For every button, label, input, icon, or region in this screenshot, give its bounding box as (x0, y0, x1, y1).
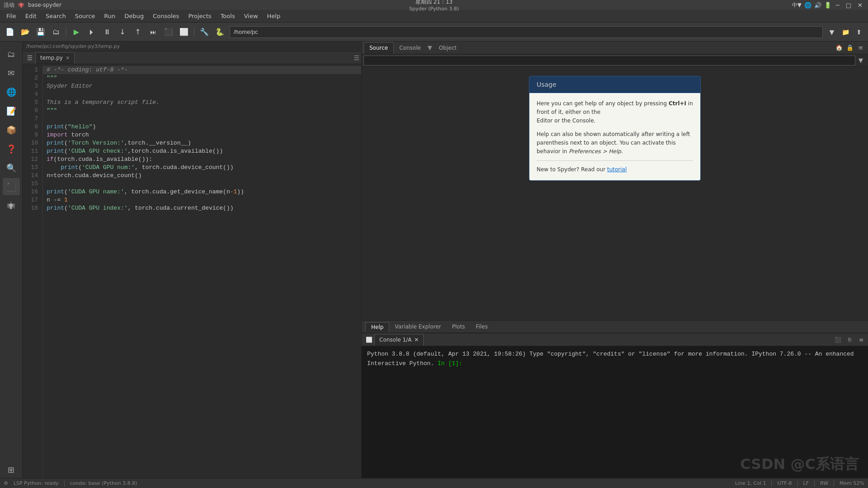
step-over-btn[interactable]: ↑ (131, 25, 145, 39)
run-btn[interactable]: ▶ (69, 25, 84, 39)
status-sep-1 (64, 480, 65, 487)
console-tabs-bar: ⬜ Console 1/A ✕ ⬛ ⎘ ≡ (362, 333, 868, 346)
tutorial-link[interactable]: tutorial (607, 166, 627, 173)
console-tab-1[interactable]: Console 1/A ✕ (374, 334, 424, 346)
topbar: 活动 🕷 base-spyder 星期四 21：13 Spyder (Pytho… (0, 0, 868, 10)
menu-file[interactable]: File (2, 11, 21, 21)
console-tab-icon[interactable]: ⬜ (363, 334, 374, 345)
editor-tab-temp-py[interactable]: temp.py ✕ (35, 52, 75, 64)
left-sidebar: 🗂 ✉ 🌐 📝 📦 ❓ 🔍 ⬛ 🕷 ⊞ (0, 42, 23, 478)
console-tab-actions: ⬛ ⎘ ≡ (833, 335, 866, 345)
help-tab-console[interactable]: Console (394, 42, 426, 54)
usage-divider (537, 160, 693, 161)
console-interrupt-btn[interactable]: ⬛ (833, 335, 843, 345)
app-icon: 🕷 (18, 1, 24, 9)
menu-consoles[interactable]: Consoles (148, 11, 184, 21)
help-tab-dropdown[interactable]: ▼ (426, 44, 434, 52)
sidebar-files-icon[interactable]: 🗂 (3, 45, 20, 62)
sidebar-search-icon[interactable]: 🔍 (3, 159, 20, 176)
console-tab-close[interactable]: ✕ (414, 337, 419, 343)
help-tab-object[interactable]: Object (434, 42, 462, 54)
editor-hamburger-btn[interactable]: ☰ (354, 54, 359, 61)
bottom-tab-plots[interactable]: Plots (447, 322, 471, 331)
path-input[interactable]: /home/pc (230, 26, 823, 38)
path-dropdown-btn[interactable]: ▼ (826, 26, 838, 38)
clock: 星期四 21：13 (415, 0, 453, 6)
app-name: base-spyder (28, 2, 61, 8)
help-search-btn[interactable]: ▼ (855, 55, 866, 66)
bottom-tab-variable-explorer[interactable]: Variable Explorer (389, 322, 446, 331)
debug-toggle-btn[interactable]: ⬜ (177, 25, 191, 39)
menu-search[interactable]: Search (41, 11, 71, 21)
save-all-btn[interactable]: 🗂 (49, 25, 63, 39)
open-file-btn[interactable]: 📂 (18, 25, 33, 39)
console-type-line: Type "copyright", "credits" or "license"… (529, 351, 748, 357)
editor-panel: /home/pc/.config/spyder-py3/temp.py ☰ te… (23, 42, 362, 478)
maximize-btn[interactable]: □ (844, 2, 853, 9)
toolbar: 📄 📂 💾 🗂 ▶ ⏵ ⏸ ↓ ↑ ⏭ ⬛ ⬜ 🔧 🐍 /home/pc ▼ 📁… (0, 23, 868, 42)
close-btn[interactable]: ✕ (856, 2, 864, 9)
run-cell-btn[interactable]: ⏵ (85, 25, 99, 39)
tab-label: temp.py (40, 55, 63, 61)
step-return-btn[interactable]: ⏭ (146, 25, 160, 39)
status-conda: conda: base (Python 3.8.8) (70, 480, 137, 486)
menu-edit[interactable]: Edit (21, 11, 41, 21)
menu-tools[interactable]: Tools (216, 11, 240, 21)
code-content[interactable]: # -*- coding: utf-8 -*- """ Spyder Edito… (43, 64, 361, 478)
status-sep-3 (797, 480, 798, 487)
toolbar-sep-2 (194, 27, 194, 38)
sidebar-apps-icon[interactable]: ⊞ (3, 461, 20, 478)
sidebar-help-icon[interactable]: ❓ (3, 140, 20, 157)
python-btn[interactable]: 🐍 (212, 25, 227, 39)
usage-tutorial: New to Spyder? Read our tutorial (537, 165, 693, 174)
activity-label: 活动 (4, 1, 14, 9)
line-numbers: 12345 678910 1112131415 161718 (23, 64, 43, 478)
sidebar-terminal-icon[interactable]: ⬛ (3, 178, 20, 195)
menu-projects[interactable]: Projects (184, 11, 216, 21)
status-sep-5 (834, 480, 834, 487)
save-btn[interactable]: 💾 (33, 25, 48, 39)
browse-btn[interactable]: 📁 (839, 26, 852, 38)
usage-ctrl-i: Ctrl+I (669, 100, 686, 107)
status-sep-4 (814, 480, 815, 487)
help-content: Usage Here you can get help of any objec… (362, 67, 868, 320)
sidebar-browser-icon[interactable]: 🌐 (3, 83, 20, 100)
editor-tab-menu-btn[interactable]: ☰ (24, 52, 35, 63)
menu-run[interactable]: Run (99, 11, 120, 21)
console-content[interactable]: Python 3.8.8 (default, Apr 13 2021, 19:5… (362, 346, 868, 478)
menu-source[interactable]: Source (71, 11, 100, 21)
help-home-btn[interactable]: 🏠 (834, 42, 844, 53)
go-up-btn[interactable]: ⬆ (853, 26, 865, 38)
status-line-ending: LF (803, 480, 809, 486)
window-title: Spyder (Python 3.8) (409, 6, 459, 12)
help-object-toolbar: ▼ (362, 54, 868, 67)
sidebar-email-icon[interactable]: ✉ (3, 64, 20, 81)
console-options-btn[interactable]: ≡ (856, 335, 866, 345)
sidebar-spyder-icon[interactable]: 🕷 (3, 197, 20, 214)
help-expand-btn[interactable]: ≡ (855, 42, 866, 53)
help-tab-source[interactable]: Source (363, 42, 394, 54)
bottom-tab-files[interactable]: Files (471, 322, 493, 331)
stop-btn[interactable]: ⬛ (161, 25, 176, 39)
minimize-btn[interactable]: ─ (834, 2, 841, 9)
settings-btn[interactable]: 🔧 (197, 25, 212, 39)
bottom-tab-help[interactable]: Help (365, 322, 389, 332)
sidebar-editor-icon[interactable]: 📝 (3, 102, 20, 119)
console-pane: ⬜ Console 1/A ✕ ⬛ ⎘ ≡ Python 3.8.8 (defa… (362, 333, 868, 478)
menu-view[interactable]: View (240, 11, 263, 21)
sidebar-package-icon[interactable]: 📦 (3, 121, 20, 138)
statusbar: ⚙ LSP Python: ready conda: base (Python … (0, 478, 868, 488)
usage-text-2: Help can also be shown automatically aft… (537, 130, 693, 156)
debug-continue-btn[interactable]: ⏸ (100, 25, 114, 39)
input-method[interactable]: 中▼ (792, 1, 802, 9)
console-restart-btn[interactable]: ⎘ (844, 335, 854, 345)
usage-title: Usage (529, 76, 700, 93)
menu-debug[interactable]: Debug (120, 11, 148, 21)
status-memory: Mem 52% (840, 480, 864, 486)
tab-close-btn[interactable]: ✕ (66, 55, 70, 61)
help-lock-btn[interactable]: 🔒 (844, 42, 855, 53)
step-into-btn[interactable]: ↓ (115, 25, 130, 39)
menu-help[interactable]: Help (263, 11, 285, 21)
new-file-btn[interactable]: 📄 (3, 25, 17, 39)
help-object-input[interactable] (363, 56, 855, 66)
